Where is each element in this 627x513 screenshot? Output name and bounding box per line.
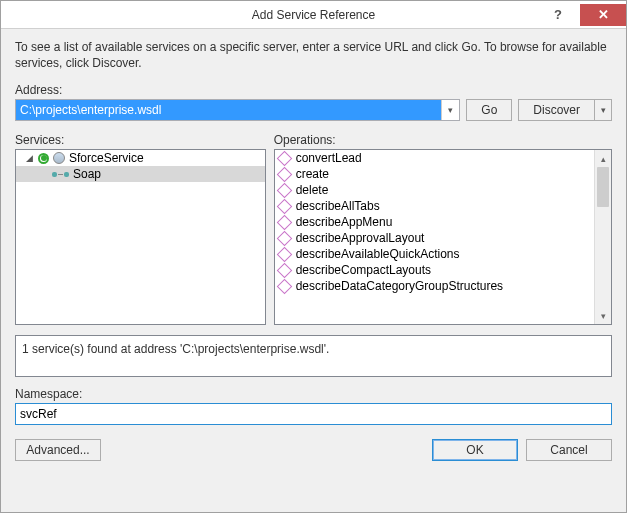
close-button[interactable]: ✕ [580,4,626,26]
titlebar: Add Service Reference ? ✕ [1,1,626,29]
operation-item[interactable]: describeDataCategoryGroupStructures [275,278,594,294]
operation-item[interactable]: delete [275,182,594,198]
operation-label: delete [296,183,329,197]
address-input[interactable] [16,100,441,120]
operation-icon [276,167,292,183]
dialog-content: To see a list of available services on a… [1,29,626,512]
address-combo[interactable]: ▾ [15,99,460,121]
operation-icon [276,183,292,199]
ok-button[interactable]: OK [432,439,518,461]
intro-text: To see a list of available services on a… [15,39,612,71]
service-root-item[interactable]: ◢ SforceService [16,150,265,166]
address-dropdown-icon[interactable]: ▾ [441,100,459,120]
lists-row: Services: ◢ SforceService [15,133,612,325]
window-title: Add Service Reference [1,8,626,22]
scroll-down-icon[interactable]: ▾ [595,307,611,324]
operation-icon [276,151,292,167]
operations-column: Operations: convertLead create delete de… [274,133,612,325]
help-button[interactable]: ? [536,4,580,26]
status-message: 1 service(s) found at address 'C:\projec… [15,335,612,377]
operation-label: describeAppMenu [296,215,393,229]
operation-label: describeCompactLayouts [296,263,431,277]
scroll-track[interactable] [595,207,611,307]
operation-item[interactable]: create [275,166,594,182]
expand-icon[interactable]: ◢ [24,153,34,163]
advanced-button[interactable]: Advanced... [15,439,101,461]
operation-icon [276,231,292,247]
port-icon [52,172,69,177]
address-row: ▾ Go Discover ▾ [15,99,612,121]
service-status-dot-icon [41,155,47,161]
service-port-item[interactable]: Soap [16,166,265,182]
services-column: Services: ◢ SforceService [15,133,266,325]
operation-label: describeDataCategoryGroupStructures [296,279,503,293]
discover-dropdown-icon[interactable]: ▾ [594,99,612,121]
operations-inner: convertLead create delete describeAllTab… [275,150,611,294]
operation-item[interactable]: convertLead [275,150,594,166]
dialog-window: Add Service Reference ? ✕ To see a list … [0,0,627,513]
operation-item[interactable]: describeCompactLayouts [275,262,594,278]
service-root-label: SforceService [69,151,144,165]
namespace-label: Namespace: [15,387,612,401]
operation-item[interactable]: describeApprovalLayout [275,230,594,246]
operation-label: describeAllTabs [296,199,380,213]
operation-item[interactable]: describeAvailableQuickActions [275,246,594,262]
discover-button[interactable]: Discover [518,99,594,121]
operation-label: describeAvailableQuickActions [296,247,460,261]
go-button[interactable]: Go [466,99,512,121]
services-label: Services: [15,133,266,147]
operation-item[interactable]: describeAppMenu [275,214,594,230]
services-tree[interactable]: ◢ SforceService Soap [15,149,266,325]
operation-icon [276,263,292,279]
cancel-button[interactable]: Cancel [526,439,612,461]
operation-icon [276,279,292,295]
operation-icon [276,199,292,215]
operation-label: create [296,167,329,181]
operation-label: convertLead [296,151,362,165]
operation-label: describeApprovalLayout [296,231,425,245]
scroll-up-icon[interactable]: ▴ [595,150,611,167]
globe-icon [53,152,65,164]
operation-item[interactable]: describeAllTabs [275,198,594,214]
operation-icon [276,247,292,263]
operations-list[interactable]: convertLead create delete describeAllTab… [274,149,612,325]
operations-label: Operations: [274,133,612,147]
operations-scrollbar[interactable]: ▴ ▾ [594,150,611,324]
service-port-label: Soap [73,167,101,181]
discover-split-button[interactable]: Discover ▾ [518,99,612,121]
address-label: Address: [15,83,612,97]
namespace-input[interactable] [15,403,612,425]
scroll-thumb[interactable] [597,167,609,207]
operation-icon [276,215,292,231]
dialog-footer: Advanced... OK Cancel [15,439,612,461]
